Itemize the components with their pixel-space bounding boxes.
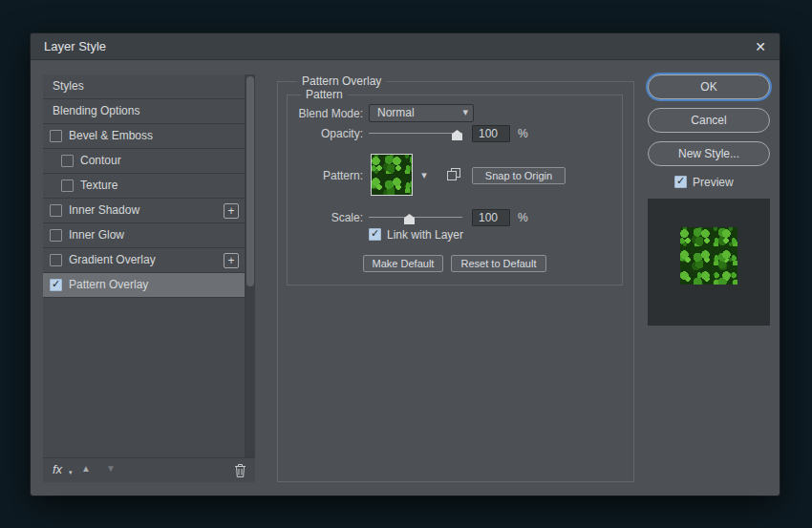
pattern-picker-chevron-icon[interactable]: ▾ [417,167,432,182]
sidebar-item-bevel-emboss[interactable]: Bevel & Emboss [43,124,245,149]
blend-mode-select[interactable]: Normal ▾ [369,104,474,122]
blend-mode-label: Blend Mode: [267,106,363,121]
sidebar-item-texture[interactable]: Texture [43,174,245,199]
link-with-layer-label: Link with Layer [387,228,463,242]
opacity-slider-handle[interactable] [452,130,462,140]
sidebar-item-contour[interactable]: Contour [43,149,245,174]
scale-slider[interactable] [369,210,462,225]
reset-to-default-button[interactable]: Reset to Default [451,255,546,272]
move-effect-down-icon[interactable]: ▼ [106,463,116,474]
check-icon: ✓ [676,175,685,187]
texture-checkbox[interactable] [61,180,74,192]
scale-input[interactable] [472,209,510,226]
check-icon: ✓ [371,227,379,240]
pattern-label: Pattern: [267,168,363,183]
sidebar-item-label: Gradient Overlay [69,248,156,272]
pattern-overlay-checkbox[interactable]: ✓ [50,279,62,291]
sidebar-item-label: Blending Options [53,99,139,123]
sidebar-item-label: Inner Glow [69,223,124,247]
link-with-layer-checkbox[interactable]: ✓ [369,228,381,241]
scale-slider-track [369,217,462,218]
cancel-button[interactable]: Cancel [648,108,770,133]
styles-sidebar: Styles Blending Options Bevel & Emboss C… [43,74,255,482]
fx-menu-button[interactable]: fx [53,462,62,476]
styles-list: Styles Blending Options Bevel & Emboss C… [43,74,246,457]
bevel-emboss-checkbox[interactable] [50,130,62,142]
snap-to-origin-button[interactable]: Snap to Origin [472,167,566,184]
sidebar-scrollbar[interactable] [246,74,255,457]
preview-checkbox[interactable]: ✓ [674,176,687,188]
chevron-down-icon: ▾ [462,106,468,118]
opacity-label: Opacity: [267,126,363,141]
blend-mode-value: Normal [377,105,415,121]
preview-label: Preview [693,176,734,189]
layer-style-dialog: Layer Style ✕ Styles Blending Options Be… [31,33,780,496]
style-preview-thumbnail [680,227,737,285]
close-icon[interactable]: ✕ [751,37,770,56]
sidebar-item-label: Bevel & Emboss [69,124,153,148]
sidebar-item-inner-glow[interactable]: Inner Glow [43,223,245,248]
scale-slider-handle[interactable] [404,214,415,224]
opacity-input[interactable] [472,125,510,142]
sidebar-item-label: Pattern Overlay [69,273,148,297]
contour-checkbox[interactable] [61,155,74,167]
sidebar-item-gradient-overlay[interactable]: Gradient Overlay + [43,248,245,273]
scale-unit: % [518,211,528,224]
sidebar-item-blending-options[interactable]: Blending Options [43,99,245,124]
ok-button[interactable]: OK [648,74,770,99]
make-default-button[interactable]: Make Default [363,255,443,272]
dialog-titlebar[interactable]: Layer Style ✕ [31,33,780,60]
opacity-slider[interactable] [369,126,462,141]
gradient-overlay-checkbox[interactable] [50,254,62,266]
scale-label: Scale: [267,210,363,225]
move-effect-up-icon[interactable]: ▲ [81,463,91,474]
inner-glow-checkbox[interactable] [50,229,62,242]
opacity-slider-track [369,133,462,134]
sidebar-item-label: Styles [53,74,84,98]
desktop-background: { "window": { "title": "Layer Style" }, … [0,0,812,528]
sidebar-scrollbar-thumb[interactable] [246,76,254,286]
delete-effect-icon[interactable] [234,463,246,481]
sidebar-item-label: Inner Shadow [69,199,139,222]
sidebar-item-pattern-overlay[interactable]: ✓ Pattern Overlay [43,273,245,298]
pattern-overlay-group-title: Pattern Overlay [297,74,386,88]
check-icon: ✓ [52,278,60,290]
pattern-swatch[interactable] [371,154,413,196]
sidebar-item-label: Contour [80,149,121,173]
inner-shadow-checkbox[interactable] [50,204,62,217]
add-gradient-overlay-button[interactable]: + [224,253,239,268]
fx-caret-icon: ▾ [69,469,73,476]
style-preview-area [648,199,770,326]
sidebar-item-inner-shadow[interactable]: Inner Shadow + [43,199,245,223]
add-inner-shadow-button[interactable]: + [224,203,239,219]
opacity-unit: % [518,127,528,140]
sidebar-item-label: Texture [80,174,118,198]
new-style-button[interactable]: New Style... [648,141,770,166]
new-pattern-preset-icon[interactable] [447,168,462,182]
sidebar-item-styles[interactable]: Styles [43,74,245,99]
dialog-title: Layer Style [44,33,106,60]
sidebar-footer: fx ▾ ▲ ▼ [43,457,255,482]
pattern-section-title: Pattern [301,88,348,101]
